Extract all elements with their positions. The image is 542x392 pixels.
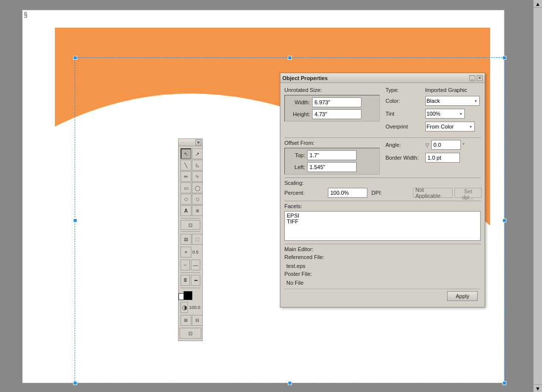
border-width-row: Border Width:	[386, 153, 481, 163]
offset-label: Offset From:	[284, 140, 380, 146]
panel-minimize-button[interactable]: _	[469, 75, 475, 81]
tool-dotted[interactable]: ⬚	[192, 234, 203, 245]
width-row: Width:	[288, 97, 376, 107]
color-select[interactable]: Black	[425, 96, 480, 106]
divider-2	[284, 177, 481, 178]
tool-text[interactable]: A	[181, 205, 191, 216]
poster-file-value: No File	[286, 280, 481, 286]
angle-icon: ▽	[425, 142, 429, 148]
scroll-down-button[interactable]: ▼	[534, 384, 542, 392]
tool-thick-lines[interactable]: ≣	[181, 275, 190, 286]
tool-special[interactable]: ⊡	[181, 220, 200, 230]
tint-select[interactable]: 100%	[425, 109, 465, 119]
tool-bottom-right[interactable]: ⊟	[192, 315, 203, 326]
titlebar-controls: _ ✕	[469, 75, 483, 81]
degree-symbol: °	[463, 142, 465, 148]
value-100-label: 100.0	[189, 305, 200, 310]
type-label: Type:	[386, 87, 425, 93]
referenced-file-label: Referenced File:	[284, 254, 324, 260]
angle-input[interactable]	[431, 140, 461, 150]
main-editor-section: Main Editor: Referenced File: test.eps P…	[284, 246, 481, 286]
bottom-single-tool: ⊡	[180, 328, 201, 339]
tool-bottom-left[interactable]: ⊞	[181, 315, 191, 326]
overprint-label: Overprint	[386, 124, 425, 130]
apply-button[interactable]: Apply	[447, 291, 478, 301]
tool-thin-line[interactable]: ↔	[181, 260, 190, 270]
tool-hatch[interactable]: ▤	[181, 234, 191, 245]
tool-dash-line[interactable]: —	[191, 260, 200, 270]
divider-3	[284, 201, 481, 201]
value-05-label: 0.5	[192, 250, 199, 255]
bottom-bar: Apply	[284, 289, 481, 303]
handle-top-right[interactable]	[502, 56, 506, 60]
not-applicable-label: Not Applicable	[413, 188, 452, 198]
tool-opacity[interactable]: ◑	[181, 302, 188, 313]
referenced-file-value: test.eps	[286, 263, 481, 269]
poster-file-label: Poster File:	[284, 271, 312, 277]
facets-label: Facets:	[284, 203, 481, 209]
set-dpi-button[interactable]: Set dpi...	[454, 188, 482, 198]
panel-close-button[interactable]: ✕	[477, 75, 483, 81]
angle-field: ▽ °	[425, 140, 465, 150]
color-row: Color: Black	[386, 96, 481, 106]
scaling-label: Scaling:	[284, 180, 481, 186]
tool-polygon[interactable]: ⬡	[181, 194, 191, 205]
unrotated-size-label: Unrotated Size:	[284, 87, 380, 93]
poster-file-row: Poster File:	[284, 271, 481, 277]
facets-item-epsi: EPSI	[287, 213, 478, 218]
left-label: Left:	[288, 164, 305, 170]
size-fields-box: Width: Height:	[284, 95, 380, 122]
color-swatch-area	[180, 289, 201, 301]
type-value: Imported Graphic	[425, 87, 467, 93]
percent-label: Percent:	[284, 190, 324, 196]
scroll-up-button[interactable]: ▲	[534, 0, 542, 8]
tool-image[interactable]: ⊞	[192, 205, 203, 216]
main-editor-label: Main Editor:	[284, 246, 481, 252]
border-width-input[interactable]	[425, 153, 460, 163]
top-section: Unrotated Size: Width: Height: Type:	[284, 87, 481, 134]
border-width-label: Border Width:	[386, 155, 425, 161]
toolbox-close-button[interactable]: ✕	[195, 139, 201, 145]
toolbox-titlebar[interactable]: ···· ✕	[178, 138, 203, 146]
tool-grid: ↖ ↗ ╲ ◺ ✏ ∿ ▭ ◯ ⬡ ⬠ A ⊞	[180, 147, 201, 217]
tool-oval[interactable]: ◯	[192, 182, 203, 193]
tool-thick-dash[interactable]: ━	[191, 275, 200, 286]
left-row: Left:	[288, 162, 376, 172]
tint-select-wrapper: 100%	[425, 109, 465, 119]
facets-list: EPSI TIFF	[284, 211, 481, 241]
pattern-grid: ▤ ⬚	[180, 233, 201, 246]
background-color-swatch[interactable]	[183, 291, 192, 300]
handle-bottom-middle[interactable]	[288, 381, 292, 385]
bottom-tool-grid: ⊞ ⊟	[180, 314, 201, 327]
top-input[interactable]	[307, 150, 357, 160]
tool-separator-1	[181, 218, 200, 218]
handle-bottom-left[interactable]	[73, 381, 77, 385]
tool-pen[interactable]: ✏	[181, 171, 191, 182]
width-input[interactable]	[312, 97, 361, 107]
tool-angled-line[interactable]: ◺	[192, 160, 203, 171]
toolbox-grip: ····	[180, 141, 185, 144]
scrollbar-right[interactable]: ▲ ▼	[533, 0, 542, 392]
tool-pointer[interactable]: ↗	[192, 148, 203, 159]
height-input[interactable]	[312, 109, 361, 119]
panel-body: Unrotated Size: Width: Height: Type:	[280, 83, 485, 307]
left-input[interactable]	[307, 162, 357, 172]
percent-input[interactable]	[328, 188, 367, 198]
overprint-select[interactable]: From Color	[425, 122, 475, 131]
scaling-row: Percent: DPI: Not Applicable Set dpi...	[284, 188, 481, 198]
tool-fit[interactable]: ⊡	[180, 328, 201, 339]
handle-bottom-right[interactable]	[502, 381, 506, 385]
tool-lines[interactable]: ≡	[181, 247, 191, 258]
tool-selection-arrow[interactable]: ↖	[181, 148, 191, 159]
height-row: Height:	[288, 109, 376, 119]
type-color-section: Type: Imported Graphic Color: Black Tint	[386, 87, 481, 134]
tool-rect[interactable]: ▭	[181, 182, 191, 193]
tool-line[interactable]: ╲	[181, 160, 191, 171]
color-label: Color:	[386, 98, 425, 104]
tool-special-row: ⊡	[180, 219, 201, 230]
object-properties-titlebar[interactable]: Object Properties _ ✕	[280, 73, 485, 83]
tool-separator-4	[181, 288, 200, 288]
tool-polygon2[interactable]: ⬠	[192, 194, 203, 205]
handle-middle-right[interactable]	[502, 218, 506, 222]
tool-bezier[interactable]: ∿	[192, 171, 203, 182]
